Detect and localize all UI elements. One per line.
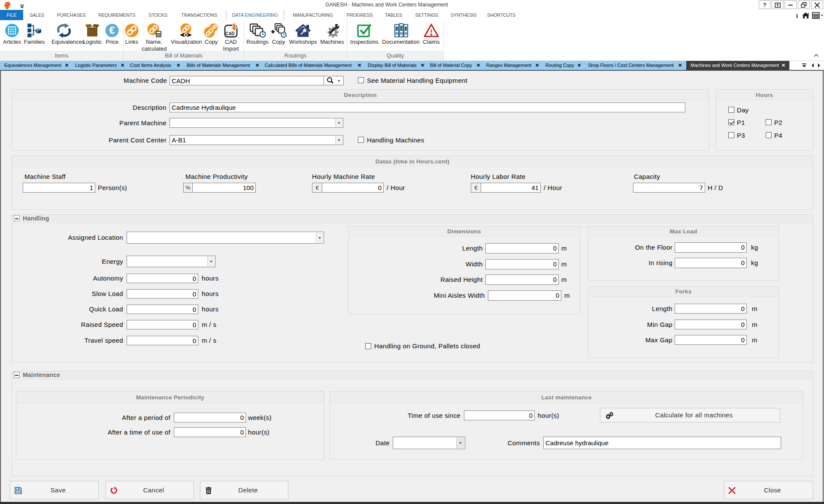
svg-text:i: i (796, 12, 798, 19)
svg-text:?: ? (763, 2, 766, 8)
svg-text:CAD: CAD (225, 31, 235, 36)
svg-text:€: € (109, 24, 115, 36)
